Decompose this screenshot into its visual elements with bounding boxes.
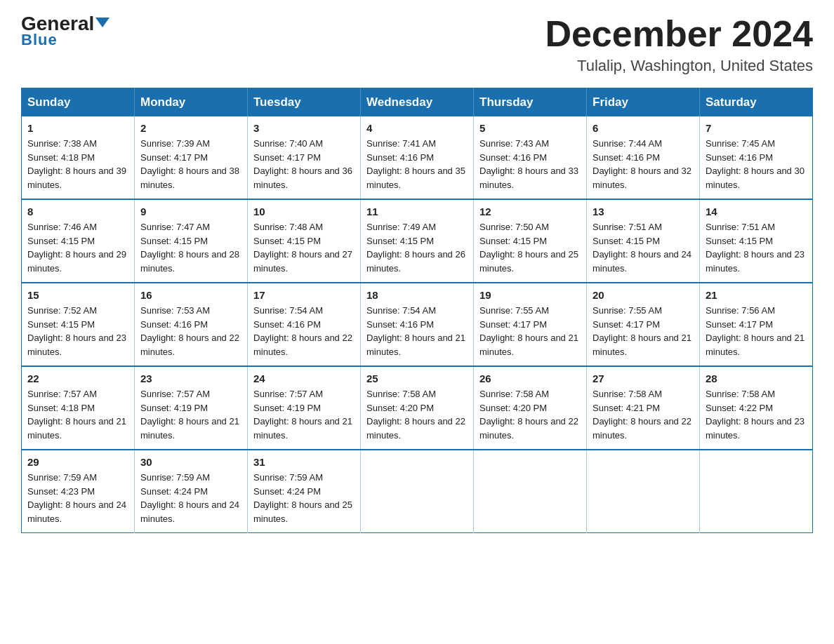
day-number: 29 [27,456,128,468]
logo: General Blue [21,14,110,49]
day-info: Sunrise: 7:58 AM Sunset: 4:22 PM Dayligh… [706,387,807,442]
calendar-cell: 18 Sunrise: 7:54 AM Sunset: 4:16 PM Dayl… [361,283,474,366]
day-info: Sunrise: 7:44 AM Sunset: 4:16 PM Dayligh… [593,137,694,192]
calendar-cell: 8 Sunrise: 7:46 AM Sunset: 4:15 PM Dayli… [22,199,135,283]
day-number: 22 [27,373,128,384]
day-number: 28 [706,373,807,384]
calendar-week-3: 15 Sunrise: 7:52 AM Sunset: 4:15 PM Dayl… [22,283,813,366]
day-number: 25 [366,373,468,384]
calendar-cell: 7 Sunrise: 7:45 AM Sunset: 4:16 PM Dayli… [700,116,813,199]
day-info: Sunrise: 7:49 AM Sunset: 4:15 PM Dayligh… [366,220,468,275]
day-number: 8 [27,206,128,217]
day-number: 13 [593,206,694,217]
header-sunday: Sunday [22,88,135,117]
calendar-header: SundayMondayTuesdayWednesdayThursdayFrid… [22,88,813,117]
calendar-cell: 19 Sunrise: 7:55 AM Sunset: 4:17 PM Dayl… [474,283,587,366]
day-info: Sunrise: 7:40 AM Sunset: 4:17 PM Dayligh… [253,137,355,192]
logo-blue-text: Blue [21,31,58,49]
calendar-cell: 27 Sunrise: 7:58 AM Sunset: 4:21 PM Dayl… [587,366,700,450]
calendar-cell: 31 Sunrise: 7:59 AM Sunset: 4:24 PM Dayl… [248,450,361,533]
day-number: 12 [479,206,581,217]
day-number: 17 [253,289,355,301]
page-header: General Blue December 2024 Tulalip, Wash… [21,14,813,75]
calendar-cell [474,450,587,533]
calendar-cell: 9 Sunrise: 7:47 AM Sunset: 4:15 PM Dayli… [135,199,248,283]
calendar-cell: 4 Sunrise: 7:41 AM Sunset: 4:16 PM Dayli… [361,116,474,199]
calendar-cell: 3 Sunrise: 7:40 AM Sunset: 4:17 PM Dayli… [248,116,361,199]
day-number: 27 [593,373,694,384]
day-number: 16 [140,289,241,301]
day-number: 3 [253,122,355,134]
calendar-week-1: 1 Sunrise: 7:38 AM Sunset: 4:18 PM Dayli… [22,116,813,199]
day-info: Sunrise: 7:46 AM Sunset: 4:15 PM Dayligh… [27,220,128,275]
day-info: Sunrise: 7:54 AM Sunset: 4:16 PM Dayligh… [253,304,355,358]
day-number: 21 [706,289,807,301]
calendar-cell: 14 Sunrise: 7:51 AM Sunset: 4:15 PM Dayl… [700,199,813,283]
day-number: 31 [253,456,355,468]
calendar-cell: 23 Sunrise: 7:57 AM Sunset: 4:19 PM Dayl… [135,366,248,450]
day-info: Sunrise: 7:48 AM Sunset: 4:15 PM Dayligh… [253,220,355,275]
header-wednesday: Wednesday [361,88,474,117]
day-number: 4 [366,122,468,134]
day-info: Sunrise: 7:39 AM Sunset: 4:17 PM Dayligh… [140,137,241,192]
day-info: Sunrise: 7:54 AM Sunset: 4:16 PM Dayligh… [366,304,468,358]
day-number: 24 [253,373,355,384]
day-info: Sunrise: 7:57 AM Sunset: 4:19 PM Dayligh… [140,387,241,442]
header-monday: Monday [135,88,248,117]
day-info: Sunrise: 7:45 AM Sunset: 4:16 PM Dayligh… [706,137,807,192]
day-number: 9 [140,206,241,217]
day-info: Sunrise: 7:50 AM Sunset: 4:15 PM Dayligh… [479,220,581,275]
calendar-week-2: 8 Sunrise: 7:46 AM Sunset: 4:15 PM Dayli… [22,199,813,283]
header-saturday: Saturday [700,88,813,117]
calendar-cell: 17 Sunrise: 7:54 AM Sunset: 4:16 PM Dayl… [248,283,361,366]
day-info: Sunrise: 7:51 AM Sunset: 4:15 PM Dayligh… [593,220,694,275]
day-number: 26 [479,373,581,384]
day-info: Sunrise: 7:43 AM Sunset: 4:16 PM Dayligh… [479,137,581,192]
day-number: 20 [593,289,694,301]
day-number: 1 [27,122,128,134]
day-info: Sunrise: 7:55 AM Sunset: 4:17 PM Dayligh… [479,304,581,358]
header-friday: Friday [587,88,700,117]
day-info: Sunrise: 7:41 AM Sunset: 4:16 PM Dayligh… [366,137,468,192]
day-number: 5 [479,122,581,134]
calendar-cell: 11 Sunrise: 7:49 AM Sunset: 4:15 PM Dayl… [361,199,474,283]
calendar-cell: 1 Sunrise: 7:38 AM Sunset: 4:18 PM Dayli… [22,116,135,199]
day-info: Sunrise: 7:51 AM Sunset: 4:15 PM Dayligh… [706,220,807,275]
day-number: 23 [140,373,241,384]
calendar-cell [587,450,700,533]
day-number: 6 [593,122,694,134]
calendar-cell: 22 Sunrise: 7:57 AM Sunset: 4:18 PM Dayl… [22,366,135,450]
calendar-cell: 12 Sunrise: 7:50 AM Sunset: 4:15 PM Dayl… [474,199,587,283]
calendar-cell: 10 Sunrise: 7:48 AM Sunset: 4:15 PM Dayl… [248,199,361,283]
day-info: Sunrise: 7:57 AM Sunset: 4:19 PM Dayligh… [253,387,355,442]
day-number: 10 [253,206,355,217]
calendar-header-row: SundayMondayTuesdayWednesdayThursdayFrid… [22,88,813,117]
day-number: 15 [27,289,128,301]
calendar-cell: 2 Sunrise: 7:39 AM Sunset: 4:17 PM Dayli… [135,116,248,199]
day-info: Sunrise: 7:52 AM Sunset: 4:15 PM Dayligh… [27,304,128,358]
logo-triangle-icon [95,18,110,27]
day-info: Sunrise: 7:47 AM Sunset: 4:15 PM Dayligh… [140,220,241,275]
calendar-cell: 15 Sunrise: 7:52 AM Sunset: 4:15 PM Dayl… [22,283,135,366]
day-info: Sunrise: 7:59 AM Sunset: 4:24 PM Dayligh… [140,471,241,525]
calendar-cell: 21 Sunrise: 7:56 AM Sunset: 4:17 PM Dayl… [700,283,813,366]
day-number: 30 [140,456,241,468]
header-thursday: Thursday [474,88,587,117]
day-info: Sunrise: 7:55 AM Sunset: 4:17 PM Dayligh… [593,304,694,358]
calendar-cell: 26 Sunrise: 7:58 AM Sunset: 4:20 PM Dayl… [474,366,587,450]
calendar-cell [361,450,474,533]
day-number: 18 [366,289,468,301]
calendar-cell [700,450,813,533]
calendar-week-4: 22 Sunrise: 7:57 AM Sunset: 4:18 PM Dayl… [22,366,813,450]
calendar-cell: 28 Sunrise: 7:58 AM Sunset: 4:22 PM Dayl… [700,366,813,450]
calendar-cell: 6 Sunrise: 7:44 AM Sunset: 4:16 PM Dayli… [587,116,700,199]
day-number: 7 [706,122,807,134]
calendar-table: SundayMondayTuesdayWednesdayThursdayFrid… [21,88,813,533]
calendar-cell: 24 Sunrise: 7:57 AM Sunset: 4:19 PM Dayl… [248,366,361,450]
day-info: Sunrise: 7:56 AM Sunset: 4:17 PM Dayligh… [706,304,807,358]
day-info: Sunrise: 7:38 AM Sunset: 4:18 PM Dayligh… [27,137,128,192]
day-info: Sunrise: 7:53 AM Sunset: 4:16 PM Dayligh… [140,304,241,358]
calendar-cell: 20 Sunrise: 7:55 AM Sunset: 4:17 PM Dayl… [587,283,700,366]
header-tuesday: Tuesday [248,88,361,117]
day-info: Sunrise: 7:57 AM Sunset: 4:18 PM Dayligh… [27,387,128,442]
